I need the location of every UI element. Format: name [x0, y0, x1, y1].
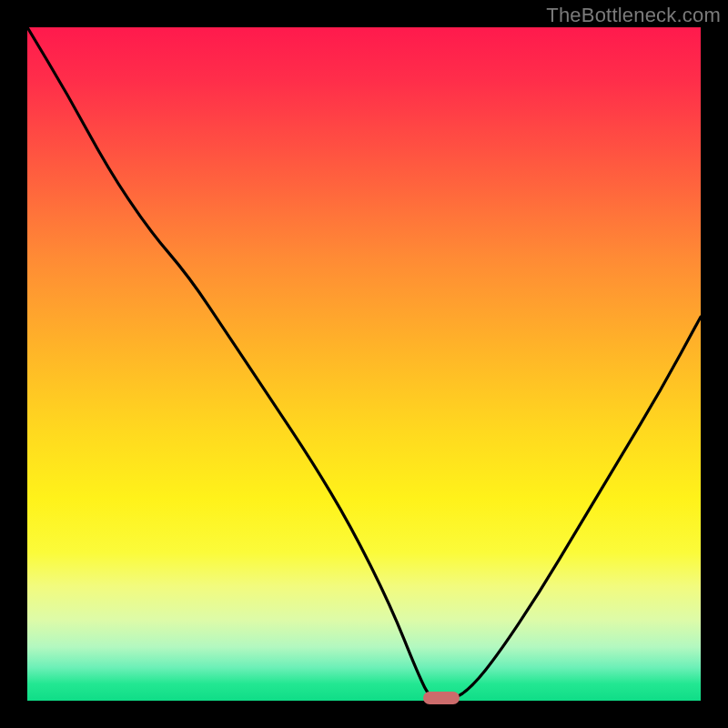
curve-path	[27, 27, 701, 701]
bottleneck-curve	[27, 27, 701, 701]
chart-frame: TheBottleneck.com	[0, 0, 728, 728]
plot-area	[27, 27, 701, 701]
optimal-marker	[423, 692, 460, 704]
watermark-text: TheBottleneck.com	[546, 4, 721, 27]
